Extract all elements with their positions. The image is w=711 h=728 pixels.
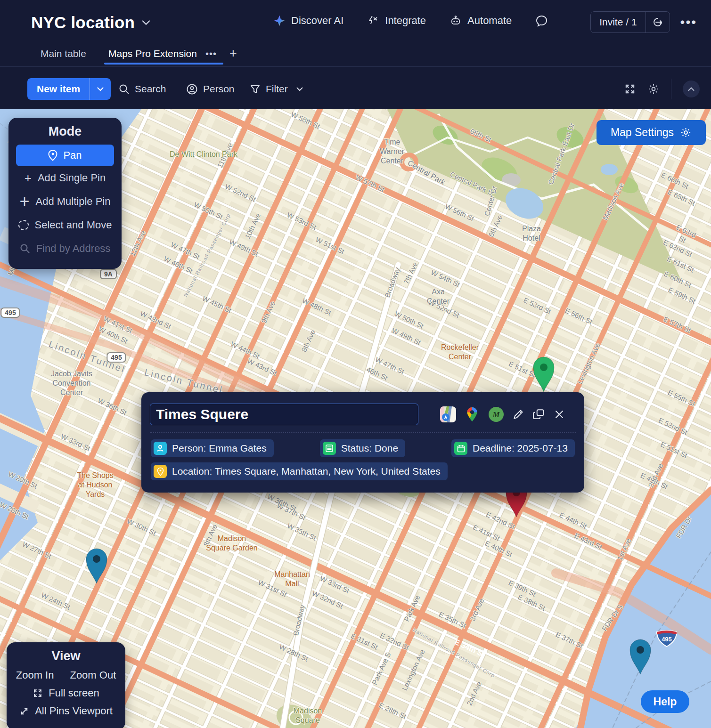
search-label: Search [135, 83, 166, 95]
popup-divider [150, 432, 576, 433]
google-maps-icon[interactable] [464, 406, 480, 422]
full-screen-label: Full screen [49, 687, 99, 699]
help-label: Help [654, 696, 677, 708]
chat-bubble-icon [535, 15, 548, 27]
sparkle-icon [273, 15, 286, 27]
new-item-label: New item [27, 78, 90, 100]
robot-icon [449, 15, 462, 27]
location-badge-label: Location: Times Square, Manhattan, New Y… [172, 466, 441, 477]
mode-find-by-address[interactable]: Find by Address [8, 237, 122, 260]
map-settings-label: Map Settings [611, 126, 674, 139]
plus-icon: + [25, 173, 32, 183]
mode-add-multiple-label: Add Multiple Pin [36, 195, 111, 208]
mode-add-single-pin[interactable]: + Add Single Pin [8, 166, 122, 190]
automate-label: Automate [467, 15, 512, 27]
integrate-button[interactable]: Integrate [367, 15, 426, 27]
location-pin-icon [154, 465, 167, 478]
mode-find-address-label: Find by Address [36, 243, 111, 255]
new-item-split-button[interactable]: New item [27, 78, 111, 100]
integrate-label: Integrate [385, 15, 426, 27]
pin-icon [48, 150, 57, 161]
help-button[interactable]: Help [641, 690, 689, 713]
collapse-header-button[interactable] [683, 81, 700, 97]
person-badge-label: Person: Emma Gates [172, 443, 267, 454]
mode-panel: Mode Pan + Add Single Pin + Add Multiple… [8, 118, 122, 269]
mode-add-multiple-pin[interactable]: + Add Multiple Pin [8, 190, 122, 213]
app-window: W 58th StW 57th St57th StW 56th StW 54th… [0, 0, 711, 728]
edit-icon[interactable] [512, 408, 524, 421]
full-screen-icon [33, 688, 43, 698]
board-menu-button[interactable]: ••• [680, 17, 697, 27]
location-badge: Location: Times Square, Manhattan, New Y… [151, 462, 448, 480]
moovit-icon[interactable]: M [488, 406, 504, 422]
status-icon [323, 442, 336, 455]
map-settings-button[interactable]: Map Settings [597, 120, 706, 145]
expand-view-icon[interactable] [624, 83, 636, 95]
mode-select-and-move[interactable]: Select and Move [8, 213, 122, 237]
full-screen-button[interactable]: Full screen [7, 687, 125, 699]
person-filter-button[interactable]: Person [186, 78, 235, 100]
gear-icon [680, 127, 692, 138]
invite-group: Invite / 1 [590, 11, 670, 33]
invite-button[interactable]: Invite / 1 [591, 12, 645, 32]
plus-icon: + [19, 195, 29, 208]
close-icon[interactable] [554, 409, 565, 420]
new-item-dropdown[interactable] [90, 78, 111, 100]
filter-icon [250, 84, 261, 95]
integrate-icon [367, 15, 379, 27]
deadline-badge-label: Deadline: 2025-07-13 [473, 443, 568, 454]
diagonal-arrows-icon [19, 706, 29, 716]
all-pins-viewport-label: All Pins Viewport [35, 705, 113, 717]
tab-options-icon[interactable]: ••• [205, 49, 217, 59]
filter-label: Filter [266, 83, 288, 95]
toolbar-divider [671, 79, 671, 99]
dashed-circle-icon [18, 220, 29, 230]
mode-panel-title: Mode [8, 124, 122, 139]
active-tab-underline [104, 63, 223, 65]
tab-bar: Main table Maps Pro Extension ••• + [0, 45, 711, 66]
calendar-icon [454, 442, 467, 455]
chevron-down-icon [296, 87, 303, 92]
tab-maps-pro-extension[interactable]: Maps Pro Extension ••• [108, 48, 217, 59]
pin-blue-1st-ave[interactable] [630, 639, 651, 674]
add-tab-button[interactable]: + [229, 46, 237, 61]
item-popup: M [141, 392, 584, 493]
search-button[interactable]: Search [119, 78, 166, 100]
chat-button[interactable] [535, 15, 548, 27]
mode-pan-button[interactable]: Pan [16, 145, 114, 166]
item-name-input[interactable] [150, 404, 418, 425]
status-badge-label: Status: Done [341, 443, 398, 454]
deadline-badge: Deadline: 2025-07-13 [451, 439, 575, 457]
discover-ai-label: Discover AI [291, 15, 343, 27]
status-badge: Status: Done [320, 439, 405, 457]
settings-gear-icon[interactable] [647, 83, 660, 95]
zoom-out-button[interactable]: Zoom Out [70, 669, 116, 681]
board-toolbar: New item Search Person [0, 67, 711, 109]
view-panel-title: View [7, 649, 125, 663]
automate-button[interactable]: Automate [449, 15, 512, 27]
zoom-in-button[interactable]: Zoom In [16, 669, 54, 681]
discover-ai-button[interactable]: Discover AI [273, 15, 343, 27]
search-icon [119, 84, 130, 95]
duplicate-icon[interactable] [532, 408, 546, 421]
chevron-down-icon[interactable] [141, 19, 151, 26]
person-label: Person [203, 83, 235, 95]
mode-select-move-label: Select and Move [35, 219, 112, 231]
pin-green-57th[interactable] [533, 357, 554, 392]
all-pins-viewport-button[interactable]: All Pins Viewport [7, 705, 125, 717]
person-badge: Person: Emma Gates [151, 439, 274, 457]
svg-text:M: M [492, 410, 500, 419]
person-icon [154, 442, 167, 455]
board-header: NYC location Discover AI Integrate [0, 0, 711, 109]
copy-link-button[interactable] [646, 11, 670, 33]
pin-blue-hudson-yards[interactable] [86, 549, 107, 583]
view-panel: View Zoom In Zoom Out Full screen All Pi… [7, 642, 125, 728]
apple-maps-icon[interactable] [440, 406, 456, 422]
mode-add-single-label: Add Single Pin [38, 172, 106, 184]
person-icon [186, 83, 198, 95]
tab-maps-pro-label: Maps Pro Extension [108, 48, 197, 59]
map-canvas[interactable]: W 58th StW 57th St57th StW 56th StW 54th… [0, 109, 711, 728]
filter-button[interactable]: Filter [250, 78, 303, 100]
tab-main-table[interactable]: Main table [41, 48, 86, 59]
search-icon [20, 243, 30, 254]
